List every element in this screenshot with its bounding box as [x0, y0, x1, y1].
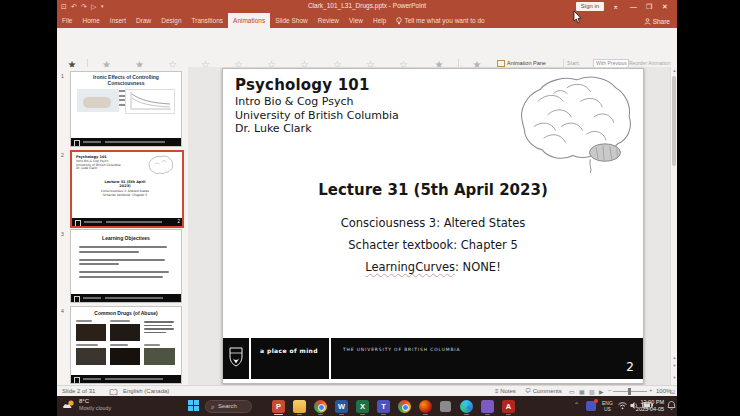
search-box[interactable]: ⌕ Search — [205, 400, 252, 413]
close-icon[interactable]: ✕ — [662, 1, 668, 12]
share-person-icon — [644, 18, 651, 25]
tab-home[interactable]: Home — [77, 13, 104, 28]
app-icon[interactable] — [440, 401, 451, 412]
slide-thumbnail-4[interactable]: Common Drugs (of Abuse) — [70, 306, 182, 384]
zoom-out-icon[interactable]: − — [608, 387, 612, 393]
weather-widget[interactable]: 8°C Mostly cloudy — [62, 398, 111, 411]
slide-sorter-icon[interactable]: ▦ — [579, 388, 585, 395]
thumb4-title: Common Drugs (of Abuse) — [71, 310, 181, 316]
slide-footer-bar: a place of mind THE UNIVERSITY OF BRITIS… — [223, 338, 643, 379]
thumb-footer — [71, 138, 181, 146]
acrobat-icon[interactable]: A — [502, 400, 515, 413]
tab-animations[interactable]: Animations — [228, 13, 270, 28]
vertical-scrollbar[interactable]: ▲ ▲ ▼ ▼ — [670, 67, 677, 385]
teams-tray-icon[interactable] — [586, 401, 596, 411]
tab-insert[interactable]: Insert — [105, 13, 131, 28]
taskbar: 8°C Mostly cloudy ⌕ Search P W X T A ⌃ — [57, 396, 677, 416]
ribbon-display-options-icon[interactable]: ⌅ — [613, 1, 619, 12]
tell-me-box[interactable]: Tell me what you want to do — [391, 13, 489, 28]
clock[interactable]: 12:00 PM 2023-04-05 — [636, 399, 664, 413]
animation-pane-icon — [497, 60, 505, 67]
ribbon-tab-bar: File Home Insert Draw Design Transitions… — [57, 13, 677, 28]
ribbon: ★ Preview ▼ Preview ★None ★Appear ☆Fade … — [57, 28, 677, 68]
slide-course-line[interactable]: University of British Columbia — [235, 109, 399, 122]
scroll-up-icon[interactable]: ▲ — [671, 68, 677, 74]
slide-thumbnail-panel: 1 Ironic Effects of Controlling Consciou… — [57, 67, 188, 385]
search-icon: ⌕ — [211, 403, 215, 410]
tab-review[interactable]: Review — [313, 13, 344, 28]
lecture-title[interactable]: Lecture 31 (5th April 2023) — [223, 181, 643, 199]
slide-canvas[interactable]: Psychology 101 Intro Bio & Cog Psych Uni… — [222, 68, 644, 384]
teams-icon[interactable]: T — [377, 400, 390, 413]
thumb-number: 4 — [61, 308, 64, 314]
sign-in-button[interactable]: Sign in — [576, 2, 604, 11]
ubc-shield-icon — [229, 347, 243, 367]
thumb1-chart — [125, 89, 175, 114]
slide-thumbnail-1[interactable]: Ironic Effects of Controlling Consciousn… — [70, 71, 182, 147]
footer-tagline-box: a place of mind — [251, 338, 329, 379]
thumb2-brain-sketch — [146, 155, 174, 177]
slide-body-line[interactable]: LearningCurves: NONE! — [223, 260, 643, 274]
slide-course-line[interactable]: Intro Bio & Cog Psych — [235, 95, 354, 108]
thumb1-photo — [77, 89, 119, 112]
thumb1-title: Ironic Effects of Controlling Consciousn… — [71, 75, 181, 86]
wifi-icon[interactable] — [617, 401, 628, 410]
browser-icon[interactable] — [398, 400, 411, 413]
slide-thumbnail-3[interactable]: Learning Objectives — [70, 229, 182, 303]
start-label: Start: — [567, 60, 580, 66]
slide-course-line[interactable]: Dr. Luke Clark — [235, 122, 312, 135]
language-indicator[interactable]: ENGUS — [602, 400, 613, 412]
tray-overflow-chevron[interactable]: ⌃ — [574, 401, 579, 408]
comments-button[interactable]: 🗩 Comments — [525, 388, 562, 395]
purple-app-icon[interactable] — [481, 400, 494, 413]
powerpoint-icon[interactable]: P — [272, 400, 285, 413]
slide-thumbnail-2[interactable]: Psychology 101 Intro Bio & Cog Psych Uni… — [70, 150, 184, 228]
thumb-footer — [71, 294, 181, 302]
share-button[interactable]: Share — [644, 15, 670, 28]
firefox-icon[interactable] — [419, 400, 432, 413]
spellcheck-book-icon[interactable] — [109, 389, 118, 396]
fit-to-window-icon[interactable]: ⊡ — [670, 388, 675, 395]
tab-design[interactable]: Design — [156, 13, 186, 28]
brain-sketch-image[interactable] — [509, 72, 635, 174]
weather-desc: Mostly cloudy — [79, 405, 111, 411]
tab-draw[interactable]: Draw — [131, 13, 156, 28]
tab-transitions[interactable]: Transitions — [187, 13, 229, 28]
reading-view-icon[interactable]: ▥ — [589, 388, 595, 395]
chrome-icon[interactable] — [314, 400, 327, 413]
previous-slide-icon[interactable]: ▲ — [671, 355, 677, 361]
tab-slideshow[interactable]: Slide Show — [270, 13, 313, 28]
maximize-icon[interactable]: ❐ — [646, 1, 652, 12]
scrollbar-thumb[interactable] — [672, 76, 676, 166]
file-explorer-icon[interactable] — [293, 400, 306, 413]
start-button[interactable] — [188, 400, 199, 411]
edge-icon[interactable] — [460, 400, 473, 413]
excel-icon[interactable]: X — [356, 400, 369, 413]
zoom-in-icon[interactable]: + — [649, 387, 653, 393]
tab-help[interactable]: Help — [368, 13, 391, 28]
slide-course-title[interactable]: Psychology 101 — [235, 76, 370, 94]
next-slide-icon[interactable]: ▼ — [671, 363, 677, 369]
mouse-cursor — [573, 11, 582, 24]
slideshow-view-icon[interactable]: ▶ — [599, 388, 604, 395]
tab-file[interactable]: File — [57, 13, 77, 28]
ubc-logo-box — [223, 338, 249, 379]
minimize-icon[interactable]: — — [630, 1, 637, 12]
thumb-number: 1 — [61, 73, 64, 79]
thumb-footer: 2 — [72, 218, 182, 226]
normal-view-icon[interactable]: ▭ — [569, 388, 575, 395]
slide-body-line[interactable]: Consciousness 3: Altered States — [223, 216, 643, 230]
language-status[interactable]: English (Canada) — [123, 388, 169, 395]
word-icon[interactable]: W — [335, 400, 348, 413]
reorder-animation-label: Reorder Animation — [629, 60, 670, 66]
slide-position: Slide 2 of 31 — [62, 388, 95, 395]
powerpoint-window: ⊡ ↶ ↷ ▷ ▾ Clark_101_L31_Drugs.pptx - Pow… — [57, 0, 677, 416]
slide-body-line[interactable]: Schacter textbook: Chapter 5 — [223, 238, 643, 252]
notes-button[interactable]: ≡ Notes — [495, 388, 516, 395]
notification-bell-icon[interactable] — [667, 401, 676, 411]
animation-pane-button[interactable]: Animation Pane — [497, 59, 567, 67]
tab-view[interactable]: View — [344, 13, 368, 28]
scroll-down-icon[interactable]: ▼ — [671, 375, 677, 381]
zoom-slider-thumb[interactable] — [628, 388, 631, 395]
cloud-icon — [62, 399, 76, 410]
